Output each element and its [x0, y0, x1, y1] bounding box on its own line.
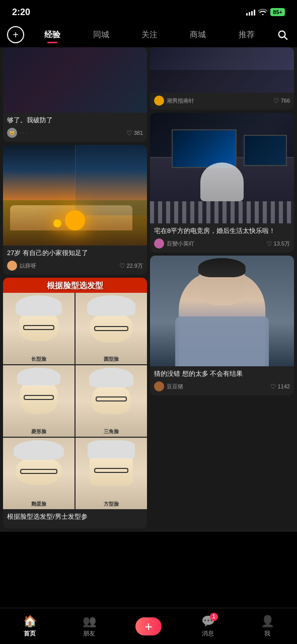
signal-icon	[246, 9, 255, 16]
head-4	[92, 384, 131, 414]
card-card5[interactable]: 宅在8平方的电竞房，婚后生活太快乐啦！ 百變小英吖 ♡ 13.5万	[150, 113, 294, 253]
hairstyle-grid: 长型脸 圆型脸	[3, 293, 147, 509]
face-2: 圆型脸	[76, 293, 147, 364]
friends-icon: 👥	[83, 615, 96, 628]
hair-5	[14, 440, 63, 459]
card5-image	[150, 113, 294, 223]
card4-body: 潮男指南针 ♡ 766	[150, 93, 294, 110]
card1-author-name: · · ·	[20, 130, 27, 136]
card1-meta: 😺 · · · ♡ 381	[7, 128, 143, 138]
card6-author: 豆豆猪	[154, 381, 183, 391]
heart-icon3: ♡	[273, 97, 279, 105]
head-2	[90, 312, 132, 342]
face-label-6: 方型脸	[76, 501, 147, 508]
card-card6[interactable]: 猜的没错 想的太多 不会有结果 豆豆猪 ♡ 1142	[150, 256, 294, 395]
hair-6	[88, 440, 135, 458]
glasses-5	[20, 469, 57, 474]
plus-icon: +	[144, 620, 152, 633]
card6-likes: ♡ 1142	[270, 383, 290, 390]
card5-meta: 百變小英吖 ♡ 13.5万	[154, 238, 290, 249]
feed-wrapper: 够了。我破防了 😺 · · · ♡ 381	[0, 47, 297, 568]
card1-body: 够了。我破防了 😺 · · · ♡ 381	[3, 113, 147, 142]
card2-image	[3, 145, 147, 246]
face-5: 鹅蛋脸	[3, 438, 75, 509]
card5-avatar	[154, 238, 164, 249]
face-label-2: 圆型脸	[76, 356, 147, 363]
bottom-nav-profile[interactable]: 👤 我	[238, 615, 297, 638]
head-1	[19, 312, 58, 341]
hair-2	[87, 295, 136, 316]
heart-icon5: ♡	[270, 383, 276, 390]
card2-author-name: 以薛呀	[20, 262, 36, 270]
card4-meta: 潮男指南针 ♡ 766	[154, 96, 290, 106]
card4-likes: ♡ 766	[273, 97, 290, 105]
nav-tabs: 经验 同城 关注 商城 推荐	[28, 28, 271, 42]
face-6: 方型脸	[76, 438, 147, 509]
bottom-nav-profile-label: 我	[264, 629, 270, 638]
tab-recommend[interactable]: 推荐	[236, 28, 258, 42]
profile-icon: 👤	[261, 615, 274, 628]
glasses-2	[94, 326, 128, 331]
message-badge: 1	[210, 613, 218, 621]
add-button[interactable]: +	[7, 26, 24, 43]
card1-avatar: 😺	[7, 128, 17, 138]
status-bar: 2:20 85+	[0, 0, 297, 22]
bottom-nav-add[interactable]: +	[119, 617, 178, 635]
tab-experience[interactable]: 经验	[41, 28, 63, 42]
card2-meta: 以薛呀 ♡ 22.9万	[7, 261, 143, 271]
card5-title: 宅在8平方的电竞房，婚后生活太快乐啦！	[154, 226, 290, 235]
card4-author: 潮男指南针	[154, 96, 194, 106]
glasses-4	[96, 396, 126, 401]
card5-likes: ♡ 13.5万	[266, 240, 290, 248]
wifi-icon	[258, 8, 267, 17]
card4-author-name: 潮男指南针	[167, 97, 194, 105]
search-button[interactable]	[275, 27, 290, 42]
bottom-nav: 🏠 首页 👥 朋友 + 💬 1 消息 👤 我	[0, 608, 297, 644]
head-5	[16, 456, 62, 486]
head-6	[90, 455, 132, 486]
battery-icon: 85+	[270, 8, 285, 16]
hair-4	[89, 368, 133, 387]
card-card3[interactable]: 根据脸型选发型 长型脸	[3, 278, 147, 528]
card1-image	[3, 47, 147, 113]
bottom-nav-messages[interactable]: 💬 1 消息	[178, 615, 238, 638]
card5-author: 百變小英吖	[154, 238, 194, 249]
card2-likes: ♡ 22.9万	[119, 262, 143, 270]
card6-body: 猜的没错 想的太多 不会有结果 豆豆猪 ♡ 1142	[150, 366, 294, 395]
heart-icon4: ♡	[266, 240, 272, 248]
card2-avatar	[7, 261, 17, 271]
hair-1	[16, 295, 62, 316]
status-time: 2:20	[12, 7, 30, 18]
bottom-nav-messages-label: 消息	[202, 629, 214, 638]
bottom-nav-friends[interactable]: 👥 朋友	[59, 615, 119, 638]
feed: 够了。我破防了 😺 · · · ♡ 381	[0, 47, 297, 532]
card6-title: 猜的没错 想的太多 不会有结果	[154, 369, 290, 378]
card3-title: 根据脸型选发型/男士发型参	[7, 512, 143, 521]
card1-author: 😺 · · ·	[7, 128, 27, 138]
tab-following[interactable]: 关注	[138, 28, 161, 42]
card1-likes: ♡ 381	[126, 129, 143, 137]
home-icon: 🏠	[23, 615, 37, 628]
card3-image-wrapper: 根据脸型选发型 长型脸	[3, 278, 147, 509]
bottom-nav-friends-label: 朋友	[83, 629, 95, 638]
card6-meta: 豆豆猪 ♡ 1142	[154, 381, 290, 391]
bottom-nav-home-label: 首页	[24, 629, 36, 638]
card-card4[interactable]: 潮男指南针 ♡ 766	[150, 47, 294, 110]
card2-body: 27岁 有自己的小家很知足了 以薛呀 ♡ 22.9万	[3, 246, 147, 275]
nav-bar: + 经验 同城 关注 商城 推荐	[0, 22, 297, 47]
card-card1[interactable]: 够了。我破防了 😺 · · · ♡ 381	[3, 47, 147, 142]
card-card2[interactable]: 27岁 有自己的小家很知足了 以薛呀 ♡ 22.9万	[3, 145, 147, 275]
hairstyle-header: 根据脸型选发型	[3, 278, 147, 293]
tab-local[interactable]: 同城	[90, 28, 112, 42]
add-post-button[interactable]: +	[135, 617, 162, 635]
card4-avatar	[154, 96, 164, 106]
card6-avatar	[154, 381, 164, 391]
face-label-5: 鹅蛋脸	[3, 501, 75, 508]
face-label-1: 长型脸	[3, 356, 75, 363]
bottom-nav-home[interactable]: 🏠 首页	[0, 615, 59, 638]
card5-body: 宅在8平方的电竞房，婚后生活太快乐啦！ 百變小英吖 ♡ 13.5万	[150, 223, 294, 253]
tab-shop[interactable]: 商城	[187, 28, 209, 42]
glasses-3	[24, 395, 53, 400]
face-label-3: 菱形脸	[3, 428, 75, 435]
feed-col-right: 潮男指南针 ♡ 766	[150, 47, 294, 529]
